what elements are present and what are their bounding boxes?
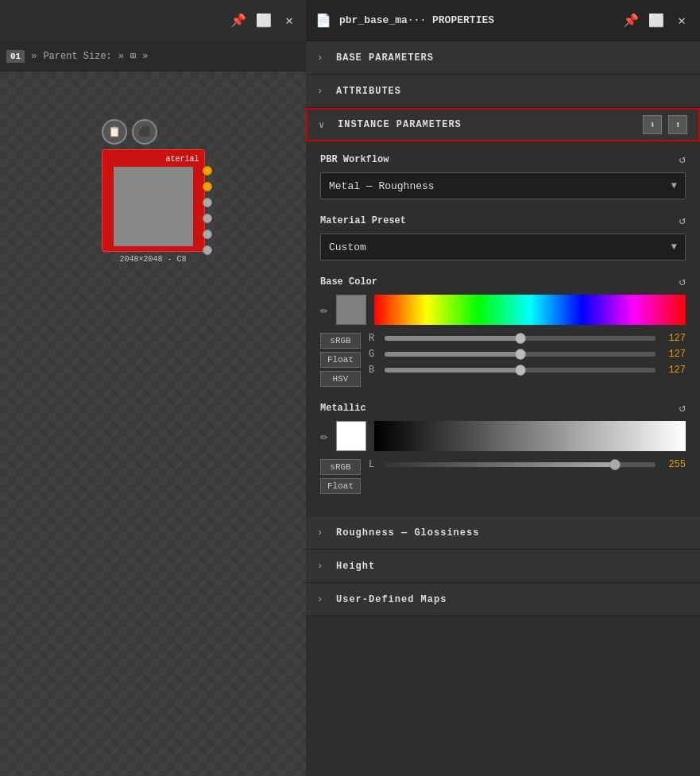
base-color-eyedropper[interactable]: ✏ (320, 302, 328, 318)
metallic-sliders-and-modes: sRGB Float L 255 (320, 459, 686, 494)
right-pin-icon[interactable]: 📌 (622, 12, 640, 29)
l-slider-track[interactable] (385, 462, 656, 467)
material-node-card[interactable]: 📋 ⬛ aterial 2048×2048 - C8 (102, 119, 205, 264)
l-slider-row: L 255 (369, 459, 686, 470)
right-header: 📄 pbr_base_ma··· PROPERTIES 📌 ⬜ ✕ (306, 0, 700, 41)
connector-6[interactable] (203, 245, 212, 255)
b-slider-track[interactable] (385, 368, 656, 373)
card-preview (114, 167, 193, 246)
right-header-doc-icon: 📄 (315, 13, 331, 29)
base-color-reset[interactable]: ↺ (679, 275, 686, 288)
right-header-actions: 📌 ⬜ ✕ (622, 12, 690, 29)
chevron-instance-params: ∨ (319, 119, 330, 131)
pin-icon-left[interactable]: 📌 (230, 12, 247, 29)
g-value: 127 (662, 349, 686, 360)
l-slider-fill (385, 462, 615, 467)
metallic-swatch[interactable] (336, 421, 366, 451)
g-slider-fill (385, 352, 520, 357)
grid-icon[interactable]: ⊞ (130, 50, 136, 62)
section-roughness-glossiness[interactable]: › Roughness — Glossiness (306, 516, 700, 550)
rgb-sliders: R 127 G 127 (369, 333, 686, 376)
toolbar-chevrons-extra[interactable]: » (142, 51, 148, 62)
rect-icon-left[interactable]: ⬜ (255, 12, 273, 29)
b-slider-thumb[interactable] (515, 365, 526, 376)
section-height[interactable]: › Height (306, 550, 700, 583)
g-label: G (369, 349, 378, 360)
instance-content: PBR Workflow ↺ Metal — Roughness ▼ Mater… (306, 141, 700, 516)
material-preset-label: Material Preset (320, 215, 406, 226)
instance-action-icon-2[interactable]: ⬆ (668, 115, 687, 134)
connector-2[interactable] (203, 182, 212, 191)
instance-params-actions: ⬇ ⬆ (643, 115, 687, 134)
base-color-swatch[interactable] (336, 295, 366, 325)
mode-srgb-btn[interactable]: sRGB (320, 333, 361, 349)
section-base-parameters[interactable]: › BASE PARAMETERS (306, 41, 700, 75)
attributes-title: ATTRIBUTES (336, 86, 689, 97)
toolbar-chevrons-right[interactable]: » (118, 51, 124, 62)
right-rect-icon[interactable]: ⬜ (648, 12, 665, 29)
section-instance-parameters[interactable]: ∨ INSTANCE PARAMETERS ⬇ ⬆ (306, 108, 700, 141)
card-icon-btn-2[interactable]: ⬛ (132, 119, 157, 145)
base-parameters-title: BASE PARAMETERS (336, 52, 689, 64)
chevron-roughness: › (317, 527, 328, 539)
r-label: R (369, 333, 378, 344)
metallic-eyedropper[interactable]: ✏ (320, 428, 328, 444)
metallic-reset[interactable]: ↺ (679, 401, 686, 415)
material-preset-reset[interactable]: ↺ (679, 214, 686, 227)
connector-3[interactable] (203, 198, 212, 207)
toolbar-chevrons-left[interactable]: » (31, 51, 37, 62)
section-attributes[interactable]: › ATTRIBUTES (306, 75, 700, 108)
card-body: aterial (102, 149, 205, 252)
material-preset-dropdown[interactable]: Custom ▼ (320, 234, 686, 261)
connector-5[interactable] (203, 230, 212, 239)
roughness-glossiness-title: Roughness — Glossiness (336, 527, 689, 539)
parent-size-label: Parent Size: (43, 51, 111, 62)
card-icon-btn-1[interactable]: 📋 (102, 119, 127, 145)
color-spectrum[interactable] (374, 295, 686, 325)
b-slider-row: B 127 (369, 365, 686, 376)
user-defined-maps-title: User-Defined Maps (336, 594, 689, 605)
instance-action-icon-1[interactable]: ⬇ (643, 115, 662, 134)
mode-hsv-btn[interactable]: HSV (320, 371, 361, 387)
close-icon-left[interactable]: ✕ (280, 12, 298, 29)
base-color-label: Base Color (320, 276, 377, 288)
material-preset-label-row: Material Preset ↺ (320, 214, 686, 227)
pbr-workflow-dropdown[interactable]: Metal — Roughness ▼ (320, 172, 686, 199)
card-connectors (203, 166, 212, 255)
r-slider-thumb[interactable] (515, 333, 526, 344)
metallic-label: Metallic (320, 403, 366, 414)
connector-1[interactable] (203, 166, 212, 176)
sliders-and-modes: sRGB Float HSV R 127 (320, 333, 686, 387)
section-user-defined-maps[interactable]: › User-Defined Maps (306, 583, 700, 616)
card-size-label: 2048×2048 - C8 (102, 255, 205, 264)
metallic-mode-srgb-btn[interactable]: sRGB (320, 459, 361, 475)
metallic-gradient[interactable] (374, 421, 686, 451)
metallic-mode-float-btn[interactable]: Float (320, 478, 361, 494)
pbr-workflow-reset[interactable]: ↺ (679, 152, 686, 166)
right-panel: 📄 pbr_base_ma··· PROPERTIES 📌 ⬜ ✕ › BASE… (306, 0, 700, 776)
metallic-l-slider: L 255 (369, 459, 686, 470)
base-color-section: Base Color ↺ ✏ sRGB Float HSV (320, 275, 686, 387)
connector-4[interactable] (203, 214, 212, 223)
right-close-icon[interactable]: ✕ (673, 12, 690, 29)
g-slider-row: G 127 (369, 349, 686, 360)
l-slider-thumb[interactable] (609, 459, 621, 470)
mode-float-btn[interactable]: Float (320, 352, 361, 368)
material-preset-arrow: ▼ (671, 241, 677, 253)
card-label: aterial (107, 155, 199, 164)
left-toolbar: 01 » Parent Size: » ⊞ » (0, 41, 306, 71)
material-preset-value: Custom (329, 241, 366, 253)
chevron-height: › (317, 561, 328, 572)
chevron-user-defined: › (317, 594, 328, 605)
g-slider-track[interactable] (385, 352, 656, 357)
card-icon-row: 📋 ⬛ (102, 119, 205, 145)
toolbar-label: 01 (6, 50, 25, 63)
g-slider-thumb[interactable] (515, 349, 526, 360)
mode-buttons: sRGB Float HSV (320, 333, 361, 387)
l-value: 255 (662, 459, 686, 470)
right-header-title: pbr_base_ma··· PROPERTIES (339, 14, 614, 26)
r-slider-track[interactable] (385, 336, 656, 341)
b-slider-fill (385, 368, 520, 373)
height-title: Height (336, 561, 689, 572)
r-value: 127 (662, 333, 686, 344)
